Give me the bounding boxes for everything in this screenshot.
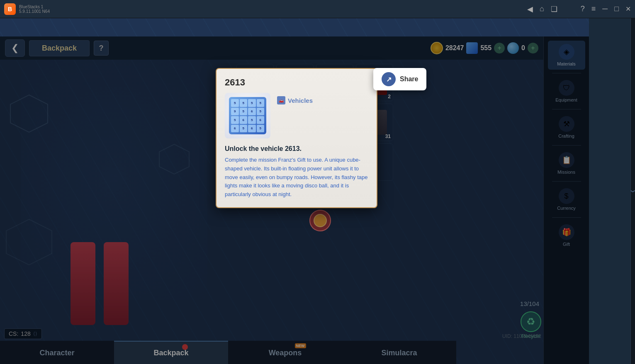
back-nav-icon[interactable]: ◀ [527,5,533,14]
menu-icon[interactable]: ≡ [591,5,596,13]
popup-category: 🚗 Vehicles [277,96,313,104]
game-area: ❮ Backpack ? 28247 555 + 0 + [0,18,589,364]
titlebar: B BlueStacks 1 5.9.11.1001 N64 ◀ ⌂ ❏ ? ≡… [0,0,635,18]
popup-item-image: 5 5 5 5 9 5 6 5 5 6 5 6 6 5 6 5 [225,93,270,138]
popup-top-section: 5 5 5 5 9 5 6 5 5 6 5 6 6 5 6 5 [225,93,368,138]
share-icon: ↗ [382,72,396,86]
share-button[interactable]: ↗ Share [373,68,426,90]
copy-icon[interactable]: ❏ [551,5,557,14]
app-icon: B [4,3,16,15]
titlebar-controls: ◀ ⌂ ❏ ? ≡ ─ □ ✕ [527,5,631,14]
help-titlebar-icon[interactable]: ? [581,5,585,13]
maximize-icon[interactable]: □ [614,5,619,13]
item-detail-popup: 2613 5 5 5 5 9 5 6 5 5 6 5 6 6 [216,68,377,208]
popup-description: Complete the mission Franz's Gift to use… [225,156,368,199]
popup-item-id: 2613 [225,77,368,88]
popup-title: Unlock the vehicle 2613. [225,145,368,153]
vehicle-cube-icon: 5 5 5 5 9 5 6 5 5 6 5 6 6 5 6 5 [229,97,266,134]
home-icon[interactable]: ⌂ [540,5,544,13]
popup-category-section: 🚗 Vehicles [277,93,313,138]
app-name: BlueStacks 1 5.9.11.1001 N64 [19,5,50,14]
bluestacks-sidebar-collapse[interactable]: ❯ [630,18,635,364]
vehicle-category-icon: 🚗 [277,96,285,104]
minimize-icon[interactable]: ─ [602,5,608,13]
close-icon[interactable]: ✕ [625,5,631,13]
